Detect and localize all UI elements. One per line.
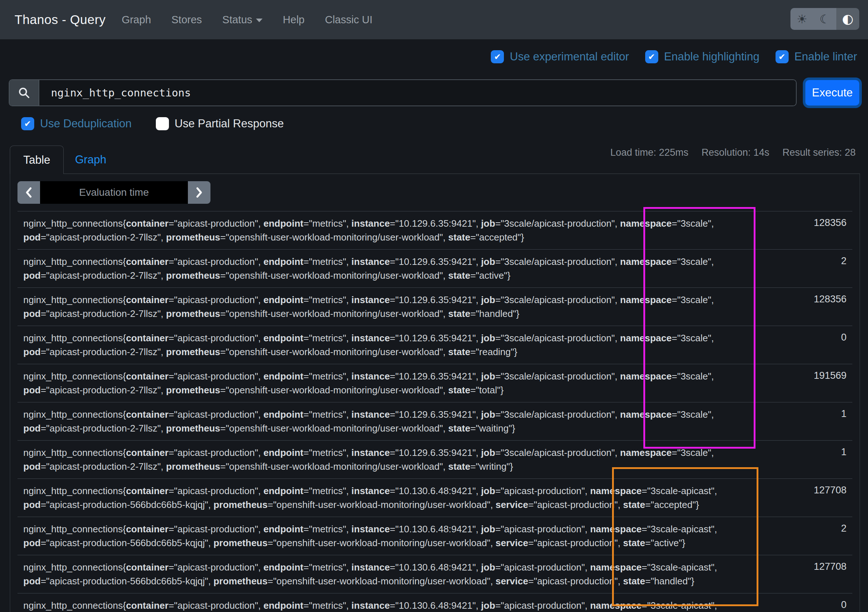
table-panel: nginx_http_connections{container="apicas… — [10, 174, 860, 612]
table-row: nginx_http_connections{container="apicas… — [17, 364, 852, 402]
series-value: 2 — [761, 517, 852, 555]
checkbox-use-partial-response[interactable]: Use Partial Response — [156, 117, 284, 130]
query-bar: Execute — [9, 79, 859, 106]
check-icon: ✔ — [494, 52, 501, 62]
check-icon: ✔ — [648, 52, 655, 62]
checkbox-use-experimental-editor[interactable]: ✔Use experimental editor — [491, 50, 629, 63]
query-input[interactable] — [39, 80, 796, 105]
nav-item-classic-ui[interactable]: Classic UI — [325, 14, 372, 26]
table-row: nginx_http_connections{container="apicas… — [17, 212, 852, 250]
metric-series: nginx_http_connections{container="apicas… — [17, 212, 761, 249]
theme-dark-button[interactable]: ☾ — [814, 8, 836, 30]
evaluation-time-input[interactable] — [40, 181, 188, 204]
metric-series: nginx_http_connections{container="apicas… — [17, 593, 761, 612]
query-options: ✔Use DeduplicationUse Partial Response — [21, 117, 284, 130]
navbar: Thanos - Query GraphStoresStatusHelpClas… — [0, 0, 868, 39]
series-value: 128356 — [761, 288, 852, 326]
series-value: 0 — [761, 593, 852, 612]
nav-item-label: Status — [222, 14, 252, 26]
metric-series: nginx_http_connections{container="apicas… — [17, 555, 761, 593]
thanos-query-page: Thanos - Query GraphStoresStatusHelpClas… — [0, 0, 868, 612]
chevron-right-icon — [195, 187, 203, 198]
checkbox-enable-highlighting[interactable]: ✔Enable highlighting — [645, 50, 760, 63]
series-value: 1 — [761, 402, 852, 440]
nav-item-label: Stores — [172, 14, 202, 26]
theme-light-button[interactable]: ☀ — [790, 8, 814, 30]
checkbox-label: Enable linter — [794, 50, 857, 63]
series-value: 191569 — [761, 364, 852, 402]
checkbox-box[interactable] — [156, 117, 169, 130]
series-value: 2 — [761, 250, 852, 287]
table-row: nginx_http_connections{container="apicas… — [17, 288, 852, 326]
execute-button[interactable]: Execute — [805, 80, 859, 105]
metric-series: nginx_http_connections{container="apicas… — [17, 250, 761, 287]
nav-links: GraphStoresStatusHelpClassic UI — [122, 14, 372, 26]
metric-series: nginx_http_connections{container="apicas… — [17, 364, 761, 402]
checkbox-label: Use experimental editor — [510, 50, 629, 63]
table-row: nginx_http_connections{container="apicas… — [17, 593, 852, 612]
series-value: 127708 — [761, 479, 852, 517]
checkbox-box[interactable]: ✔ — [775, 50, 789, 63]
table-row: nginx_http_connections{container="apicas… — [17, 517, 852, 555]
metric-series: nginx_http_connections{container="apicas… — [17, 402, 761, 440]
nav-item-status[interactable]: Status — [222, 14, 262, 26]
nav-item-label: Classic UI — [325, 14, 372, 26]
metric-series: nginx_http_connections{container="apicas… — [17, 440, 761, 479]
table-row: nginx_http_connections{container="apicas… — [17, 440, 852, 479]
theme-toggle-group: ☀☾◐ — [790, 8, 859, 30]
checkbox-box[interactable]: ✔ — [645, 50, 658, 63]
query-input-group — [9, 79, 797, 106]
nav-item-stores[interactable]: Stores — [172, 14, 202, 26]
nav-item-help[interactable]: Help — [283, 14, 305, 26]
checkbox-label: Use Deduplication — [40, 117, 132, 130]
table-row: nginx_http_connections{container="apicas… — [17, 250, 852, 288]
tab-graph[interactable]: Graph — [64, 145, 118, 174]
metric-series: nginx_http_connections{container="apicas… — [17, 326, 761, 364]
app-brand[interactable]: Thanos - Query — [15, 12, 105, 27]
chevron-down-icon — [256, 19, 262, 22]
check-icon: ✔ — [24, 119, 31, 128]
metric-series: nginx_http_connections{container="apicas… — [17, 479, 761, 517]
series-value: 0 — [761, 326, 852, 364]
circle-half-icon: ◐ — [842, 12, 853, 25]
series-value: 127708 — [761, 555, 852, 593]
table-row: nginx_http_connections{container="apicas… — [17, 479, 852, 517]
evaluation-time-control — [17, 181, 211, 204]
checkbox-label: Enable highlighting — [664, 50, 760, 63]
check-icon: ✔ — [778, 52, 785, 62]
moon-icon: ☾ — [820, 13, 831, 25]
nav-item-label: Help — [283, 14, 305, 26]
evaluation-time-prev-button[interactable] — [17, 181, 40, 204]
table-row: nginx_http_connections{container="apicas… — [17, 326, 852, 364]
editor-options: ✔Use experimental editor✔Enable highligh… — [491, 50, 857, 63]
results-table: nginx_http_connections{container="apicas… — [17, 211, 852, 612]
evaluation-time-next-button[interactable] — [188, 181, 211, 204]
checkbox-enable-linter[interactable]: ✔Enable linter — [775, 50, 857, 63]
series-value: 1 — [761, 440, 852, 479]
sun-icon: ☀ — [797, 13, 808, 25]
checkbox-use-deduplication[interactable]: ✔Use Deduplication — [21, 117, 132, 130]
metric-series: nginx_http_connections{container="apicas… — [17, 517, 761, 555]
checkbox-label: Use Partial Response — [175, 117, 284, 130]
nav-item-label: Graph — [122, 14, 151, 26]
theme-auto-button[interactable]: ◐ — [836, 8, 859, 30]
metric-series: nginx_http_connections{container="apicas… — [17, 288, 761, 326]
table-row: nginx_http_connections{container="apicas… — [17, 555, 852, 593]
chevron-left-icon — [25, 187, 33, 198]
search-icon — [9, 80, 39, 105]
checkbox-box[interactable]: ✔ — [21, 117, 34, 130]
nav-item-graph[interactable]: Graph — [122, 14, 151, 26]
result-tabs: TableGraph — [10, 145, 860, 174]
series-value: 128356 — [761, 212, 852, 249]
tab-table[interactable]: Table — [10, 145, 64, 174]
table-row: nginx_http_connections{container="apicas… — [17, 402, 852, 440]
checkbox-box[interactable]: ✔ — [491, 50, 504, 63]
